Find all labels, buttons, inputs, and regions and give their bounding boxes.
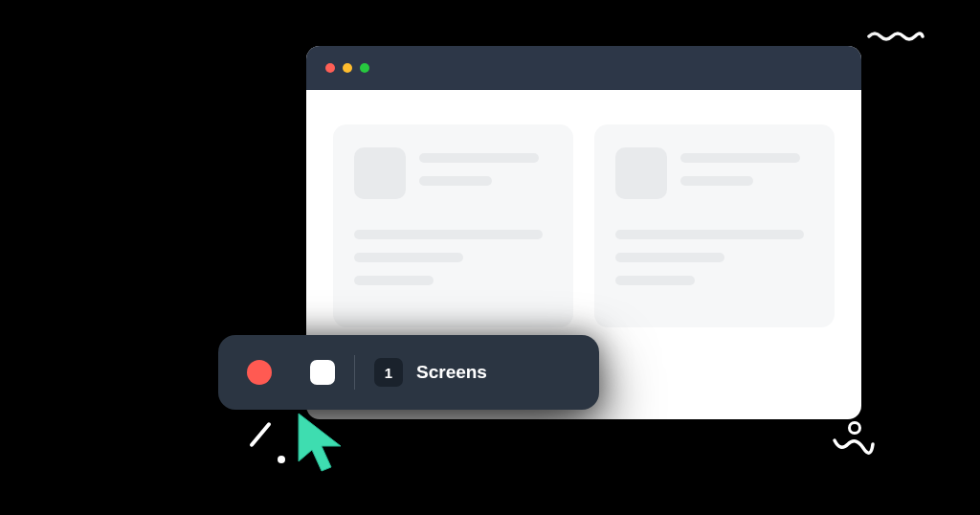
cursor-icon <box>295 410 346 477</box>
line-decoration-icon <box>249 421 272 447</box>
placeholder-line <box>680 153 800 163</box>
minimize-window-button[interactable] <box>343 63 352 73</box>
screen-count-badge: 1 <box>374 358 403 387</box>
placeholder-thumbnail <box>615 147 667 199</box>
placeholder-line <box>419 176 492 186</box>
squiggle-decoration-icon <box>831 435 877 463</box>
record-button[interactable] <box>247 360 272 385</box>
placeholder-line <box>615 253 724 262</box>
window-content <box>306 90 861 362</box>
screens-label: Screens <box>416 362 487 383</box>
ring-decoration-icon <box>848 421 861 435</box>
placeholder-line <box>354 230 543 239</box>
placeholder-line <box>615 230 804 239</box>
placeholder-line <box>419 153 539 163</box>
recording-toolbar: 1 Screens <box>218 335 599 410</box>
squiggle-decoration-icon <box>867 29 924 42</box>
placeholder-line <box>354 253 463 262</box>
content-card <box>333 124 573 327</box>
placeholder-line <box>615 276 695 285</box>
placeholder-thumbnail <box>354 147 406 199</box>
divider <box>354 355 355 390</box>
content-card <box>594 124 835 327</box>
stop-button[interactable] <box>310 360 335 385</box>
maximize-window-button[interactable] <box>360 63 369 73</box>
close-window-button[interactable] <box>325 63 335 73</box>
placeholder-line <box>680 176 753 186</box>
window-titlebar <box>306 46 861 90</box>
dot-decoration-icon <box>278 456 285 463</box>
placeholder-line <box>354 276 434 285</box>
